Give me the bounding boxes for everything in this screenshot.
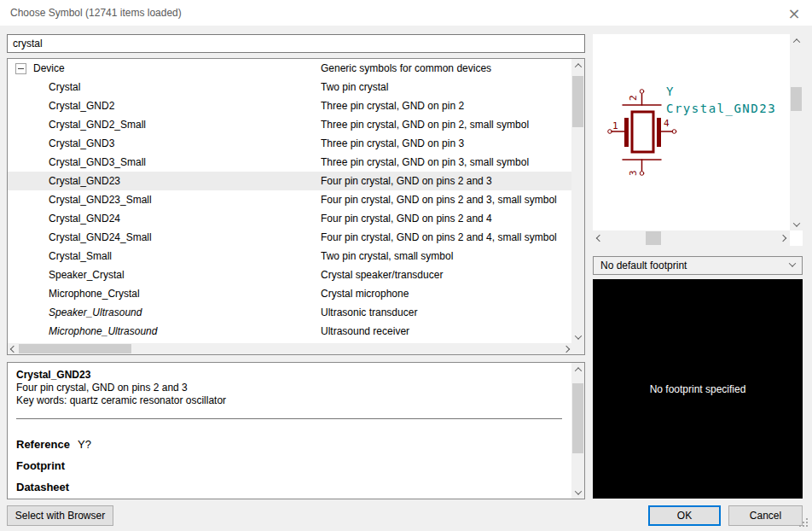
footprint-preview-panel: No footprint specified xyxy=(593,279,803,499)
symbol-description: Generic symbols for common devices xyxy=(321,62,571,74)
tree-row-Speaker_Crystal[interactable]: Speaker_CrystalCrystal speaker/transduce… xyxy=(8,266,571,284)
pin-number-1: 1 xyxy=(612,120,618,131)
tree-hscroll-thumb[interactable] xyxy=(19,344,131,353)
chevron-down-icon xyxy=(789,260,796,266)
tree-row-Crystal_GND2[interactable]: Crystal_GND2Three pin crystal, GND on pi… xyxy=(8,96,571,115)
symbol-preview-panel: 1 4 2 3 Y Crystal_GND23 xyxy=(593,34,803,246)
field-value: Y? xyxy=(78,438,91,451)
detail-field-footprint: Footprint xyxy=(16,455,562,476)
detail-fields: ReferenceY?FootprintDatasheet xyxy=(16,434,562,498)
field-label: Reference xyxy=(16,434,78,455)
ok-button[interactable]: OK xyxy=(648,505,721,526)
symbol-description: Two pin crystal xyxy=(321,81,571,93)
scroll-right-icon[interactable] xyxy=(776,230,790,246)
tree-row-Speaker_Ultrasound[interactable]: Speaker_UltrasoundUltrasonic transducer xyxy=(8,303,571,322)
tree-row-Crystal_GND3[interactable]: Crystal_GND3Three pin crystal, GND on pi… xyxy=(8,134,571,153)
symbol-details-panel: Crystal_GND23 Four pin crystal, GND on p… xyxy=(7,362,585,499)
detail-field-datasheet: Datasheet xyxy=(16,476,562,498)
choose-symbol-dialog: { "window": { "title": "Choose Symbol (1… xyxy=(0,0,812,531)
symbol-tree-list: DeviceGeneric symbols for common devices… xyxy=(7,58,585,355)
detail-symbol-keywords: Key words: quartz ceramic resonator osci… xyxy=(16,394,562,407)
details-scroll-thumb[interactable] xyxy=(572,383,583,453)
scroll-up-icon[interactable] xyxy=(571,363,584,376)
tree-vertical-scrollbar[interactable] xyxy=(571,59,584,343)
symbol-name: Speaker_Crystal xyxy=(49,269,125,281)
tree-row-Crystal_GND3_Small[interactable]: Crystal_GND3_SmallThree pin crystal, GND… xyxy=(8,153,571,172)
tree-row-Microphone_Crystal[interactable]: Microphone_CrystalCrystal microphone xyxy=(8,284,571,303)
symbol-description: Three pin crystal, GND on pin 3 xyxy=(321,137,571,149)
detail-symbol-name: Crystal_GND23 xyxy=(16,369,562,382)
field-label: Footprint xyxy=(16,455,78,476)
scroll-down-icon[interactable] xyxy=(571,486,584,499)
tree-row-Crystal_GND23[interactable]: Crystal_GND23Four pin crystal, GND on pi… xyxy=(8,172,571,190)
symbol-description: Three pin crystal, GND on pin 2, small s… xyxy=(321,119,571,131)
symbol-description: Four pin crystal, GND on pins 2 and 4 xyxy=(321,213,571,225)
detail-field-reference: ReferenceY? xyxy=(16,434,562,455)
symbol-name: Crystal_GND23 xyxy=(49,175,120,187)
close-icon[interactable]: × xyxy=(783,2,805,24)
preview-vscroll-thumb[interactable] xyxy=(791,87,802,111)
title-bar: Choose Symbol (12741 items loaded) × xyxy=(0,0,812,26)
scroll-right-icon[interactable] xyxy=(560,343,571,354)
symbol-description: Four pin crystal, GND on pins 2 and 3, s… xyxy=(321,194,571,206)
details-divider xyxy=(16,418,562,419)
symbol-description: Three pin crystal, GND on pin 3, small s… xyxy=(321,156,571,168)
details-scrollbar[interactable] xyxy=(571,363,584,499)
scroll-left-icon[interactable] xyxy=(593,230,606,246)
symbol-name: Crystal_GND24 xyxy=(49,213,120,225)
scrollbar-corner xyxy=(571,343,584,354)
resize-grip-icon[interactable] xyxy=(799,518,808,527)
detail-symbol-description: Four pin crystal, GND on pins 2 and 3 xyxy=(16,382,562,394)
footprint-select[interactable]: No default footprint xyxy=(593,256,803,275)
symbol-name: Crystal_Small xyxy=(49,250,112,262)
pin-number-3: 3 xyxy=(628,170,639,176)
tree-row-Crystal_GND2_Small[interactable]: Crystal_GND2_SmallThree pin crystal, GND… xyxy=(8,115,571,134)
symbol-description: Three pin crystal, GND on pin 2 xyxy=(321,100,571,112)
crystal-symbol-drawing: 1 4 2 3 Y Crystal_GND23 xyxy=(593,34,790,230)
cancel-button[interactable]: Cancel xyxy=(728,505,803,526)
symbol-value-label: Crystal_GND23 xyxy=(666,102,776,116)
footprint-select-value: No default footprint xyxy=(600,260,790,271)
window-title: Choose Symbol (12741 items loaded) xyxy=(10,0,182,26)
symbol-description: Crystal speaker/transducer xyxy=(321,269,571,281)
select-with-browser-button[interactable]: Select with Browser xyxy=(7,505,113,526)
preview-hscroll-thumb[interactable] xyxy=(646,231,661,245)
symbol-tree-rows: DeviceGeneric symbols for common devices… xyxy=(8,59,571,343)
scroll-left-icon[interactable] xyxy=(8,343,19,354)
tree-row-Crystal_GND24[interactable]: Crystal_GND24Four pin crystal, GND on pi… xyxy=(8,209,571,228)
tree-row-Crystal[interactable]: CrystalTwo pin crystal xyxy=(8,78,571,96)
symbol-name: Crystal_GND24_Small xyxy=(49,231,152,243)
symbol-name: Crystal_GND23_Small xyxy=(49,194,152,206)
symbol-description: Crystal microphone xyxy=(321,288,571,300)
symbol-description: Two pin crystal, small symbol xyxy=(321,250,571,262)
pin-number-2: 2 xyxy=(628,95,639,101)
tree-collapse-icon[interactable] xyxy=(15,63,26,74)
tree-row-Crystal_GND23_Small[interactable]: Crystal_GND23_SmallFour pin crystal, GND… xyxy=(8,190,571,209)
symbol-name: Device xyxy=(33,62,65,74)
scroll-down-icon[interactable] xyxy=(790,218,803,230)
symbol-name: Crystal_GND2 xyxy=(49,100,114,112)
symbol-name: Microphone_Ultrasound xyxy=(49,325,157,337)
symbol-name: Crystal_GND3_Small xyxy=(49,156,146,168)
scroll-up-icon[interactable] xyxy=(790,34,803,47)
symbol-name: Crystal_GND2_Small xyxy=(49,119,146,131)
preview-horizontal-scrollbar[interactable] xyxy=(593,230,790,246)
footprint-preview-message: No footprint specified xyxy=(650,383,746,395)
tree-row-Crystal_GND24_Small[interactable]: Crystal_GND24_SmallFour pin crystal, GND… xyxy=(8,228,571,247)
field-label: Datasheet xyxy=(16,476,78,498)
symbol-name: Crystal_GND3 xyxy=(49,137,114,149)
scroll-down-icon[interactable] xyxy=(571,330,584,343)
symbol-name: Microphone_Crystal xyxy=(49,288,140,300)
symbol-description: Four pin crystal, GND on pins 2 and 4, s… xyxy=(321,231,571,243)
scroll-up-icon[interactable] xyxy=(571,59,584,72)
tree-row-Crystal_Small[interactable]: Crystal_SmallTwo pin crystal, small symb… xyxy=(8,247,571,266)
pin-number-4: 4 xyxy=(664,118,670,129)
tree-vscroll-thumb[interactable] xyxy=(572,76,583,127)
tree-row-Microphone_Ultrasound[interactable]: Microphone_UltrasoundUltrasound receiver xyxy=(8,322,571,341)
symbol-description: Ultrasonic transducer xyxy=(321,306,571,318)
tree-horizontal-scrollbar[interactable] xyxy=(8,343,571,354)
search-input[interactable] xyxy=(7,34,585,53)
preview-vertical-scrollbar[interactable] xyxy=(790,34,803,230)
symbol-name: Speaker_Ultrasound xyxy=(49,306,142,318)
tree-row-Device[interactable]: DeviceGeneric symbols for common devices xyxy=(8,59,571,78)
